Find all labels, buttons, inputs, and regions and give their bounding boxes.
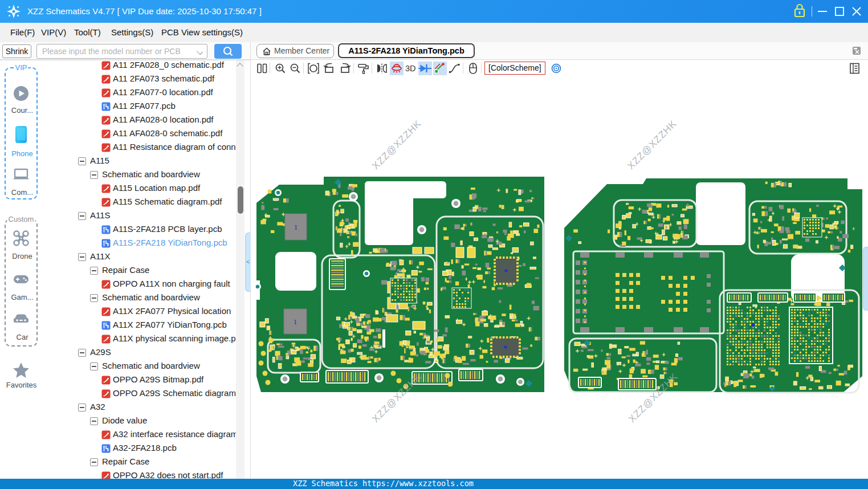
diode-icon	[418, 62, 432, 75]
tree-scrollbar-thumb[interactable]	[238, 186, 243, 214]
sidebar-item-gam[interactable]	[12, 270, 30, 288]
tree-file[interactable]: A11X 2FA077 Physical location	[43, 305, 236, 319]
tree-file[interactable]: A11 Resistance diagram of conn	[43, 141, 236, 154]
diode-tool[interactable]	[418, 62, 432, 75]
tree-item-label: A11 2FA077.pcb	[113, 101, 176, 111]
sidebar-item-phone[interactable]	[12, 125, 30, 144]
tree-file[interactable]: OPPO A11X non charging fault	[43, 278, 236, 291]
mouse-tool[interactable]	[466, 62, 480, 75]
sidebar-item-drone[interactable]	[12, 229, 30, 247]
collapse-minus-icon[interactable]	[78, 253, 86, 261]
tree-node[interactable]: Schematic and boardview	[43, 360, 236, 373]
scroll-up-icon[interactable]	[237, 63, 243, 69]
tree-file[interactable]: A11 2FA077.pcb	[43, 100, 236, 113]
collapse-minus-icon[interactable]	[90, 362, 98, 370]
tree-collapse-handle[interactable]: <	[245, 233, 251, 292]
zoom-in-tool[interactable]	[274, 62, 287, 75]
member-center-button[interactable]: Member Center	[256, 44, 334, 58]
panel-right-tool[interactable]	[848, 62, 862, 75]
close-button[interactable]	[848, 0, 865, 23]
collapse-minus-icon[interactable]	[78, 404, 86, 411]
measure-tool[interactable]	[433, 62, 447, 75]
shrink-button[interactable]: Shrink	[2, 44, 31, 58]
colorscheme-button[interactable]: [ColorScheme]	[484, 62, 545, 75]
view-3d-button[interactable]: 3D	[405, 62, 416, 75]
sidebar-item-car[interactable]	[12, 310, 30, 328]
tree-file[interactable]: A11 AFA028-0 schematic.pdf	[43, 127, 236, 141]
sidebar-item-cour[interactable]	[12, 84, 30, 103]
sidebar: VIPCour...PhoneCom...CustomDroneGam...Ca…	[0, 60, 43, 479]
tree-file[interactable]: OPPO A29S Bitmap.pdf	[43, 373, 236, 387]
pdf-file-icon	[101, 198, 111, 207]
tree-file[interactable]: A115 Location map.pdf	[43, 182, 236, 195]
minimize-button[interactable]	[814, 0, 831, 23]
tree-node[interactable]: A29S	[43, 346, 236, 360]
menu-file[interactable]: File(F)	[10, 23, 35, 42]
menu-pcb-view-settings[interactable]: PCB View settings(S)	[161, 23, 243, 42]
rotate-ccw-tool[interactable]	[307, 62, 320, 75]
tree-file[interactable]: OPPO A32 does not start.pdf	[43, 469, 236, 479]
menu-tool[interactable]: Tool(T)	[74, 23, 101, 42]
collapse-minus-icon[interactable]	[78, 212, 86, 220]
tree-file[interactable]: A11S-2FA218 PCB layer.pcb	[43, 223, 236, 237]
pcb-toolbar: 3D[ColorScheme]	[251, 60, 868, 76]
collapse-minus-icon[interactable]	[90, 417, 98, 425]
zoom-in-icon	[274, 62, 287, 75]
pcb-canvas[interactable]: 11XZZ@XZZHKXZZ@XZZHKXZZ@XZZHKXZZ@XZZHK	[251, 76, 868, 479]
tree-item-label: OPPO A11X non charging fault	[113, 279, 230, 288]
close-document-icon[interactable]	[851, 46, 862, 56]
collapse-minus-icon[interactable]	[90, 171, 98, 179]
paint-roller-tool[interactable]	[357, 62, 370, 75]
tree-file[interactable]: A11 2FA077-0 location.pdf	[43, 86, 236, 100]
sidebar-item-com[interactable]	[12, 166, 30, 185]
tree-file[interactable]: A11 2FA073 schematic.pdf	[43, 72, 236, 86]
right-panel-handle[interactable]	[863, 247, 868, 311]
pcb-file-icon	[101, 102, 111, 111]
document-tab[interactable]: A11S-2FA218 YiDianTong.pcb	[338, 43, 475, 58]
tree-node[interactable]: Repair Case	[43, 455, 236, 469]
tree-node[interactable]: A115	[43, 154, 236, 168]
tree-item-label: A115 Location map.pdf	[113, 183, 200, 193]
chevron-down-icon[interactable]	[197, 48, 203, 55]
tree-file[interactable]: A11 AFA028-0 location.pdf	[43, 113, 236, 127]
spiral-tool[interactable]	[549, 62, 563, 75]
maximize-button[interactable]	[831, 0, 848, 23]
collapse-minus-icon[interactable]	[78, 157, 86, 165]
mirror-tool[interactable]	[375, 62, 389, 75]
tree-file[interactable]: A11X 2FA077 YiDianTong.pcb	[43, 319, 236, 332]
member-center-label: Member Center	[274, 44, 329, 58]
search-button[interactable]	[214, 44, 242, 59]
tree-file[interactable]: A115 Schematic diagram.pdf	[43, 195, 236, 209]
tree-file[interactable]: A11X physical scanning image.p	[43, 332, 236, 346]
tree-node[interactable]: Schematic and boardview	[43, 291, 236, 305]
tree-scrollbar[interactable]	[236, 60, 244, 479]
menu-vip[interactable]: VIP(V)	[41, 23, 66, 42]
curve-tool[interactable]	[448, 62, 462, 75]
tree-file[interactable]: A32 interface resistance diagram	[43, 428, 236, 442]
collapse-minus-icon[interactable]	[78, 349, 86, 357]
menu-settings[interactable]: Settings(S)	[111, 23, 153, 42]
tree-file[interactable]: A32-2FA218.pcb	[43, 442, 236, 455]
tree-node[interactable]: A11X	[43, 250, 236, 264]
tree-item-label: A11X 2FA077 Physical location	[113, 306, 231, 316]
sidebar-item-favorites[interactable]	[12, 361, 30, 380]
tree-node[interactable]: Diode value	[43, 414, 236, 428]
ufo-tool[interactable]	[390, 62, 404, 75]
split-view-tool[interactable]	[255, 62, 269, 75]
collapse-minus-icon[interactable]	[90, 267, 98, 275]
collapse-minus-icon[interactable]	[90, 458, 98, 466]
search-input[interactable]: Please input the model number or PCB	[36, 44, 207, 59]
tree-file[interactable]: OPPO A29S Schematic diagram	[43, 387, 236, 401]
tree-node[interactable]: Repair Case	[43, 264, 236, 278]
zoom-out-tool[interactable]	[288, 62, 302, 75]
rotate-left-sq-tool[interactable]	[323, 62, 336, 75]
tree-node[interactable]: Schematic and boardview	[43, 168, 236, 182]
vip-lock-icon[interactable]	[791, 0, 808, 23]
tree-node[interactable]: A32	[43, 401, 236, 414]
collapse-minus-icon[interactable]	[90, 294, 98, 302]
tree-file[interactable]: A11S-2FA218 YiDianTong.pcb	[43, 237, 236, 250]
svg-text:1: 1	[294, 223, 298, 231]
tree-file[interactable]: A11 2FA028_0 schematic.pdf	[43, 60, 236, 72]
rotate-right-sq-tool[interactable]	[338, 62, 352, 75]
tree-node[interactable]: A11S	[43, 209, 236, 223]
